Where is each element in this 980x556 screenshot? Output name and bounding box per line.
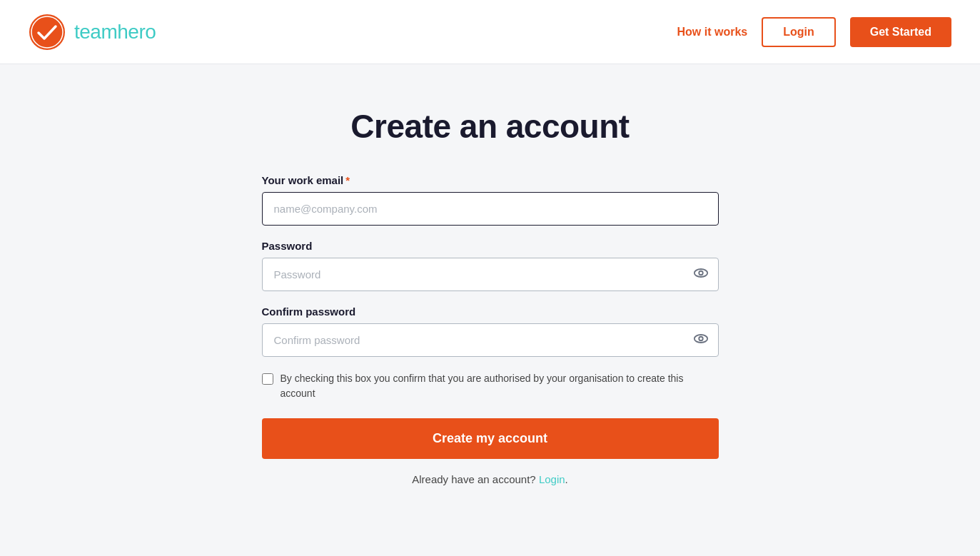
terms-checkbox-row: By checking this box you confirm that yo… bbox=[262, 371, 719, 401]
terms-checkbox[interactable] bbox=[262, 373, 273, 385]
nav: How it works Login Get Started bbox=[677, 17, 951, 47]
logo[interactable]: teamhero bbox=[29, 14, 156, 51]
password-input-wrapper bbox=[262, 258, 719, 291]
confirm-password-input-wrapper bbox=[262, 323, 719, 357]
password-toggle-icon[interactable] bbox=[693, 265, 709, 284]
password-input[interactable] bbox=[262, 258, 719, 291]
how-it-works-link[interactable]: How it works bbox=[677, 26, 748, 39]
confirm-password-toggle-icon[interactable] bbox=[693, 330, 709, 350]
svg-point-2 bbox=[694, 269, 707, 277]
login-prompt: Already have an account? Login. bbox=[262, 473, 719, 485]
get-started-button[interactable]: Get Started bbox=[850, 17, 951, 47]
password-label: Password bbox=[262, 240, 719, 252]
required-star: * bbox=[345, 174, 350, 186]
logo-icon bbox=[29, 14, 66, 51]
confirm-password-field-group: Confirm password bbox=[262, 305, 719, 357]
main-content: Create an account Your work email* Passw… bbox=[0, 64, 980, 542]
confirm-password-label: Confirm password bbox=[262, 305, 719, 318]
login-link[interactable]: Login bbox=[539, 473, 565, 485]
signup-form: Your work email* Password Confirm passwo… bbox=[262, 174, 719, 485]
terms-label: By checking this box you confirm that yo… bbox=[281, 371, 719, 401]
svg-point-3 bbox=[699, 271, 703, 275]
login-button[interactable]: Login bbox=[762, 17, 836, 47]
svg-point-0 bbox=[30, 15, 64, 49]
logo-text: teamhero bbox=[74, 21, 156, 44]
email-label: Your work email* bbox=[262, 174, 719, 186]
header: teamhero How it works Login Get Started bbox=[0, 0, 980, 64]
email-input[interactable] bbox=[262, 192, 719, 226]
confirm-password-input[interactable] bbox=[262, 323, 719, 357]
page-title: Create an account bbox=[350, 107, 629, 146]
email-field-group: Your work email* bbox=[262, 174, 719, 226]
password-field-group: Password bbox=[262, 240, 719, 291]
create-account-button[interactable]: Create my account bbox=[262, 418, 719, 459]
svg-point-5 bbox=[699, 336, 703, 340]
svg-point-4 bbox=[694, 335, 707, 343]
